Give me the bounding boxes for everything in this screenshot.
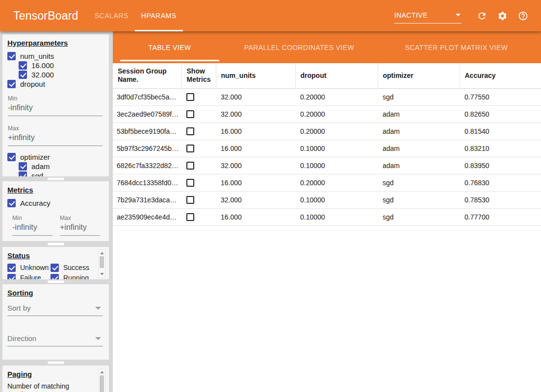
metric-max-input[interactable] — [60, 221, 100, 236]
table-row: 7684dcc13358fd0…16.0000.20000sgd0.76830 — [113, 174, 541, 191]
scroll-up-icon[interactable] — [100, 252, 104, 254]
session-group-name-cell: 3ec2aed9e07589f… — [113, 105, 181, 122]
session-group-name-cell: 7b29a731e3daca… — [113, 191, 181, 208]
dropout-min-label: Min — [8, 95, 106, 102]
show-metrics-checkbox[interactable] — [186, 93, 194, 101]
optimizer-label: optimizer — [20, 153, 50, 161]
resize-handle[interactable] — [48, 281, 64, 283]
section-divider — [2, 241, 109, 247]
table-header-row: Session Group Name.Show Metricsnum_units… — [113, 63, 541, 88]
sort-by-dropdown[interactable]: Sort by — [7, 301, 103, 316]
status-success-checkbox[interactable] — [51, 264, 59, 272]
direction-placeholder: Direction — [7, 334, 36, 343]
settings-icon[interactable] — [497, 10, 508, 21]
dropout-min-input[interactable] — [8, 102, 103, 116]
session-group-name-cell: 6826c7fa3322d82… — [113, 157, 181, 174]
session-group-name-cell: 7684dcc13358fd0… — [113, 174, 181, 191]
show-metrics-cell — [181, 174, 216, 191]
accuracy-cell: 0.77550 — [460, 88, 541, 105]
scroll-up-icon[interactable] — [100, 371, 104, 373]
show-metrics-cell — [181, 88, 216, 105]
num-units-16-checkbox[interactable] — [19, 61, 27, 70]
table-row: 5b97f3c2967245b…16.0000.10000adam0.83210 — [113, 140, 541, 157]
status-failure-checkbox[interactable] — [7, 274, 16, 280]
tab-parallel-coordinates-view[interactable]: PARALLEL COORDINATES VIEW — [227, 31, 372, 63]
optimizer-checkbox[interactable] — [7, 153, 16, 161]
dropout-cell: 0.10000 — [295, 140, 378, 157]
resize-handle[interactable] — [48, 362, 64, 364]
optimizer-sgd-checkbox[interactable] — [19, 172, 27, 177]
hparam-dropout: dropout — [7, 79, 106, 88]
show-metrics-cell — [181, 208, 216, 225]
refresh-icon[interactable] — [476, 10, 487, 21]
show-metrics-checkbox[interactable] — [186, 213, 194, 221]
session-group-name-cell: 5b97f3c2967245b… — [113, 140, 181, 157]
optimizer-cell: sgd — [378, 208, 460, 225]
chevron-down-icon — [456, 14, 461, 16]
direction-dropdown[interactable]: Direction — [7, 332, 103, 346]
paging-section: Paging Number of matching session groups… — [2, 366, 109, 392]
tab-scatter-plot-matrix-view[interactable]: SCATTER PLOT MATRIX VIEW — [372, 31, 541, 63]
show-metrics-checkbox[interactable] — [186, 179, 194, 187]
status-scrollbar[interactable] — [98, 249, 105, 278]
dropout-cell: 0.20000 — [295, 174, 378, 191]
hparam-optimizer-adam: adam — [19, 162, 106, 171]
metrics-heading: Metrics — [7, 186, 106, 194]
tab-scalars[interactable]: SCALARS — [88, 0, 135, 31]
accuracy-cell: 0.76830 — [460, 174, 541, 191]
metrics-filter-row: Min Max — [11, 208, 106, 236]
accuracy-cell: 0.82650 — [460, 105, 541, 122]
show-metrics-checkbox[interactable] — [186, 110, 194, 118]
show-metrics-cell — [181, 105, 216, 122]
metric-accuracy: Accuracy — [7, 198, 106, 207]
status-mode-value: INACTIVE — [394, 11, 428, 19]
accuracy-checkbox[interactable] — [7, 199, 16, 207]
paging-scrollbar[interactable] — [98, 368, 105, 392]
accuracy-cell: 0.83950 — [460, 157, 541, 174]
tab-table-view[interactable]: TABLE VIEW — [113, 31, 227, 63]
accuracy-cell: 0.77700 — [460, 208, 541, 225]
optimizer-adam-checkbox[interactable] — [19, 162, 27, 171]
hyperparameters-section: Hyperparameters num_units 16.000 32.000 … — [2, 34, 109, 176]
metrics-section: Metrics Accuracy Min Max — [2, 181, 109, 241]
status-mode-dropdown[interactable]: INACTIVE — [394, 8, 462, 24]
session-group-name-cell: 3df0d7cf35bec5a… — [113, 88, 181, 105]
show-metrics-checkbox[interactable] — [186, 145, 194, 152]
num-units-16-label: 16.000 — [31, 61, 54, 70]
dropout-cell: 0.20000 — [295, 105, 378, 122]
resize-handle[interactable] — [48, 178, 64, 180]
status-unknown-label: Unknown — [20, 264, 49, 271]
show-metrics-cell — [181, 191, 216, 208]
show-metrics-checkbox[interactable] — [186, 162, 194, 170]
table-row: 3ec2aed9e07589f…32.0000.20000adam0.82650 — [113, 105, 541, 122]
chevron-down-icon — [95, 337, 101, 340]
num-units-32-checkbox[interactable] — [19, 71, 27, 79]
scrollbar-thumb[interactable] — [100, 375, 104, 392]
tensorboard-app: TensorBoard SCALARS HPARAMS INACTIVE Hyp… — [0, 0, 541, 392]
num-units-cell: 16.000 — [216, 208, 295, 225]
table-body: 3df0d7cf35bec5a…32.0000.20000sgd0.775503… — [113, 88, 541, 225]
num-units-checkbox[interactable] — [7, 52, 16, 60]
status-unknown-checkbox[interactable] — [7, 264, 16, 272]
status-running: Running — [51, 273, 96, 279]
dropout-checkbox[interactable] — [7, 80, 16, 88]
accuracy-label: Accuracy — [20, 199, 51, 207]
session-group-name-cell: ae235909ec4e4d… — [113, 208, 181, 225]
status-running-checkbox[interactable] — [51, 274, 59, 280]
show-metrics-checkbox[interactable] — [186, 127, 194, 135]
dropout-max-input[interactable] — [8, 132, 103, 146]
show-metrics-checkbox[interactable] — [186, 196, 194, 204]
status-success: Success — [51, 263, 96, 272]
paging-heading: Paging — [7, 370, 96, 378]
scrollbar-thumb[interactable] — [100, 256, 104, 268]
metric-min-input[interactable] — [12, 221, 52, 236]
num-units-cell: 32.000 — [216, 191, 295, 208]
help-icon[interactable] — [517, 10, 528, 21]
optimizer-cell: adam — [378, 105, 460, 122]
resize-handle[interactable] — [48, 243, 64, 245]
column-header: dropout — [295, 63, 378, 88]
scroll-down-icon[interactable] — [100, 273, 104, 275]
table-row: 53bf5bece9190fa…16.0000.20000adam0.81540 — [113, 122, 541, 140]
tab-hparams[interactable]: HPARAMS — [135, 0, 183, 31]
status-options: Unknown Success Failure Running — [6, 263, 96, 279]
